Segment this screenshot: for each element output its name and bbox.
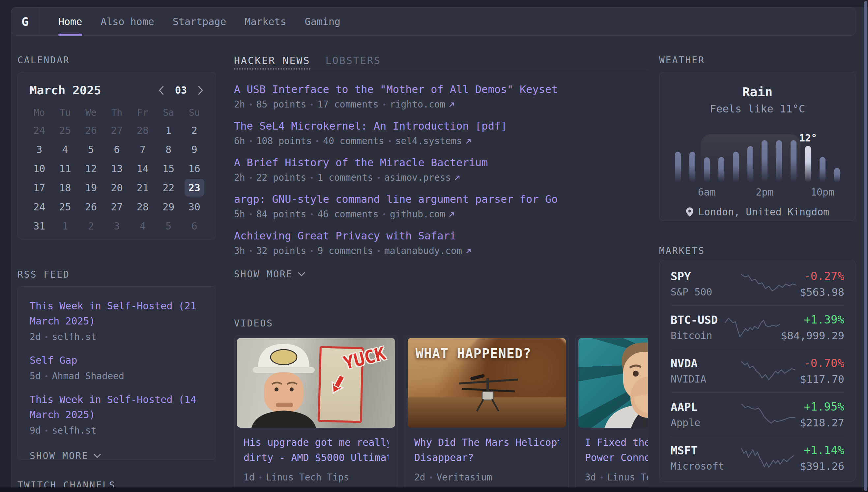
video-card: YUCK His upgrade got me really dirty - A… (234, 335, 398, 487)
video-title[interactable]: Power Connector Problem (585, 450, 648, 465)
calendar-day: 3 (29, 141, 49, 158)
rss-item-title[interactable]: Self Gap (30, 353, 204, 368)
rss-item-title[interactable]: This Week in Self-Hosted (14 March 2025) (30, 392, 204, 422)
market-price: $218.27 (797, 417, 844, 429)
market-row-spy[interactable]: SPY S&P 500 -0.27% $563.98 (670, 262, 844, 305)
weekday-label: Mo (34, 105, 45, 120)
weekday-label: Su (189, 105, 200, 120)
calendar-day: 7 (133, 141, 153, 158)
market-symbol: BTC-USD (670, 313, 724, 326)
external-link-icon (448, 211, 455, 218)
market-change: +1.95% (797, 400, 844, 413)
rss-item: Self Gap 5d Ahmad Shadeed (30, 353, 204, 382)
news-item-title[interactable]: A USB Interface to the "Mother of All De… (234, 83, 648, 96)
news-item-title[interactable]: A Brief History of the Miracle Bacterium (234, 156, 648, 169)
video-title[interactable]: dirty - AMD $5000 Ultimate… (243, 450, 389, 465)
helicopter-illustration (454, 374, 523, 414)
news-item-comments[interactable]: 40 comments (323, 136, 384, 146)
video-thumbnail[interactable]: DO TH T (578, 338, 648, 428)
chevron-down-icon (93, 453, 101, 459)
video-thumbnail[interactable]: WHAT HAPPENED? (407, 338, 566, 428)
nav-item-home[interactable]: Home (58, 7, 82, 35)
calendar-day: 12 (81, 160, 101, 177)
weather-bar (747, 146, 753, 182)
market-change: +1.39% (781, 313, 844, 326)
news-item-source-link[interactable]: matanabudy.com (384, 245, 472, 256)
tab-lobsters[interactable]: LOBSTERS (325, 55, 381, 71)
page-scrollbar-thumb[interactable] (864, 1, 867, 491)
news-item-points: 32 points (256, 245, 307, 256)
video-title[interactable]: Disappear? (414, 450, 559, 465)
calendar-day: 22 (158, 179, 178, 197)
rss-show-more-button[interactable]: SHOW MORE (30, 450, 204, 461)
calendar-day: 30 (185, 198, 204, 216)
nav-item-also-home[interactable]: Also home (101, 7, 154, 35)
calendar-day: 3 (107, 217, 127, 235)
video-title[interactable]: His upgrade got me really (243, 435, 389, 450)
news-item-comments[interactable]: 9 comments (317, 245, 373, 256)
video-thumbnail[interactable]: YUCK (237, 338, 395, 428)
calendar-day: 24 (29, 198, 49, 216)
news-item-points: 108 points (256, 136, 312, 146)
rss-item-time: 2d (30, 331, 41, 342)
nav-item-markets[interactable]: Markets (244, 7, 286, 35)
separator-dot (250, 213, 252, 215)
news-list: A USB Interface to the "Mother of All De… (234, 71, 648, 280)
news-item-comments[interactable]: 46 comments (317, 209, 378, 220)
news-item-comments[interactable]: 17 comments (317, 99, 378, 110)
market-name: NVIDIA (670, 373, 740, 385)
time-label: 2pm (756, 186, 773, 198)
calendar-day: 10 (29, 160, 49, 177)
chevron-down-icon (297, 272, 306, 277)
market-row-btc[interactable]: BTC-USD Bitcoin +1.39% $84,999.29 (670, 305, 844, 349)
market-sparkline (740, 358, 797, 384)
news-show-more-button[interactable]: SHOW MORE (234, 269, 648, 280)
weather-bar (733, 152, 739, 182)
video-channel[interactable]: Linus Tech Tips (607, 472, 648, 483)
app-logo[interactable]: G (11, 7, 39, 35)
news-item-comments[interactable]: 1 comments (317, 172, 373, 183)
video-time: 1d (243, 472, 255, 483)
calendar-prev-icon[interactable] (157, 85, 166, 96)
weekday-label: Sa (163, 105, 174, 120)
market-row-msft[interactable]: MSFT Microsoft +1.14% $391.26 (670, 436, 844, 479)
market-change: -0.70% (797, 356, 844, 370)
weather-bar-current (805, 146, 811, 182)
market-row-aapl[interactable]: AAPL Apple +1.95% $218.27 (670, 392, 844, 436)
tab-hacker-news[interactable]: HACKER NEWS (234, 55, 310, 71)
market-row-nvda[interactable]: NVDA NVIDIA -0.70% $117.70 (670, 349, 844, 392)
time-label: 6am (698, 186, 716, 198)
separator-dot (46, 430, 48, 432)
news-item-title[interactable]: Achieving Great Privacy with Safari (234, 229, 648, 242)
video-title[interactable]: Why Did The Mars Helicopter (414, 435, 559, 450)
nav-item-gaming[interactable]: Gaming (305, 7, 340, 35)
rss-item-time: 5d (30, 371, 41, 382)
weather-bar (762, 140, 767, 182)
market-change: +1.14% (797, 444, 844, 457)
news-item-time: 2h (234, 172, 245, 183)
news-item-title[interactable]: argp: GNU-style command line argument pa… (234, 193, 648, 205)
calendar-day: 14 (133, 160, 153, 177)
calendar-day: 5 (81, 141, 101, 158)
rss-item-title[interactable]: This Week in Self-Hosted (21 March 2025) (30, 298, 204, 329)
news-item-source-link[interactable]: github.com (390, 209, 455, 220)
news-item-title[interactable]: The SeL4 Microkernel: An Introduction [p… (234, 120, 648, 132)
video-channel[interactable]: Veritasium (437, 472, 492, 483)
video-title[interactable]: I Fixed the 5090's (585, 435, 648, 450)
nav-item-startpage[interactable]: Startpage (173, 7, 227, 35)
market-name: Apple (670, 417, 740, 428)
calendar-next-icon[interactable] (196, 85, 205, 96)
video-channel[interactable]: Linus Tech Tips (266, 472, 349, 483)
calendar-day: 4 (55, 141, 75, 158)
news-item-source-link[interactable]: asimov.press (384, 172, 461, 183)
news-item-source-link[interactable]: righto.com (390, 99, 455, 110)
market-price: $391.26 (797, 460, 844, 472)
news-item-source-link[interactable]: sel4.systems (395, 136, 472, 146)
market-sparkline (740, 445, 797, 471)
calendar-month-badge: 03 (175, 84, 187, 96)
news-item-points: 22 points (256, 172, 307, 183)
calendar-section-label: CALENDAR (18, 55, 70, 66)
weather-bar (675, 152, 681, 182)
video-time: 2d (414, 472, 425, 483)
calendar-day: 18 (55, 179, 75, 197)
